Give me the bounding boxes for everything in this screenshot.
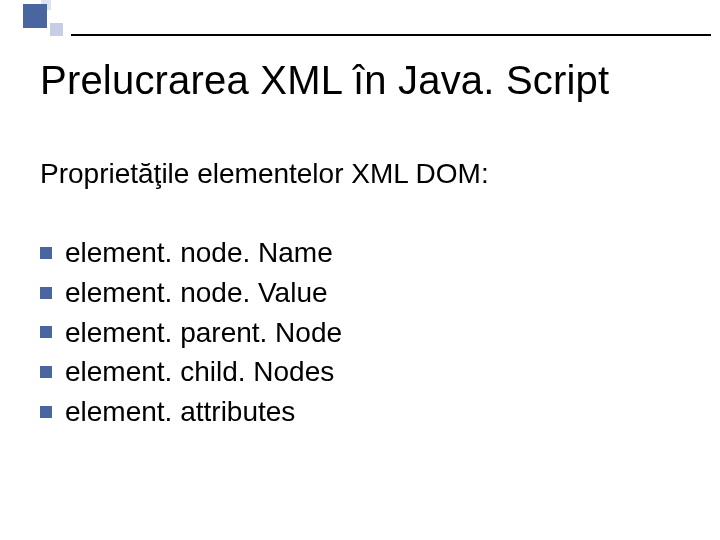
list-item-label: element. node. Value xyxy=(65,274,328,312)
bullet-icon xyxy=(40,326,52,338)
list-item: element. parent. Node xyxy=(40,314,342,352)
slide: Prelucrarea XML în Java. Script Propriet… xyxy=(0,0,720,540)
bullet-icon xyxy=(40,406,52,418)
list-item: element. node. Value xyxy=(40,274,342,312)
list-item-label: element. parent. Node xyxy=(65,314,342,352)
bullet-icon xyxy=(40,366,52,378)
list-item-label: element. attributes xyxy=(65,393,295,431)
decor-square-medium xyxy=(50,23,63,36)
property-list: element. node. Name element. node. Value… xyxy=(40,234,342,433)
decor-square-large xyxy=(23,4,47,28)
list-item-label: element. child. Nodes xyxy=(65,353,334,391)
bullet-icon xyxy=(40,247,52,259)
header-decoration xyxy=(0,0,720,42)
slide-title: Prelucrarea XML în Java. Script xyxy=(40,58,609,103)
bullet-icon xyxy=(40,287,52,299)
list-item: element. attributes xyxy=(40,393,342,431)
header-rule xyxy=(71,34,711,36)
slide-subtitle: Proprietăţile elementelor XML DOM: xyxy=(40,158,489,190)
list-item-label: element. node. Name xyxy=(65,234,333,272)
list-item: element. node. Name xyxy=(40,234,342,272)
list-item: element. child. Nodes xyxy=(40,353,342,391)
